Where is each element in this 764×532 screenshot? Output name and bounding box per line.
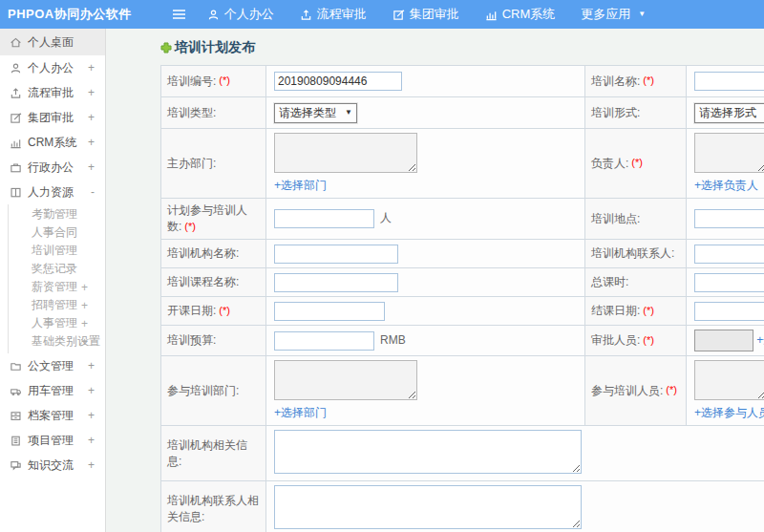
nav-more-apps[interactable]: 更多应用 ▼ — [581, 6, 646, 23]
approver-input[interactable] — [694, 330, 753, 351]
host-dept-textarea[interactable] — [274, 133, 417, 173]
field-label: 结课日期: — [591, 304, 640, 317]
org-name-input[interactable] — [274, 245, 398, 264]
expand-icon[interactable]: + — [81, 281, 88, 294]
planned-count-input[interactable] — [274, 209, 374, 228]
sidebar: 个人桌面 个人办公 + 流程审批 + 集团审批 + CRM系统 + 行政办公 +… — [0, 29, 106, 532]
sidebar-toggle-button[interactable] — [172, 9, 186, 20]
join-people-textarea[interactable] — [694, 360, 764, 400]
sidebar-item-personal-office[interactable]: 个人办公 + — [0, 55, 105, 80]
sidebar-subitem-personnel[interactable]: 人事管理 + — [9, 314, 105, 332]
expand-icon[interactable]: + — [88, 136, 95, 149]
required-mark: (*) — [631, 157, 643, 168]
join-depts-textarea[interactable] — [274, 360, 417, 400]
currency-suffix: RMB — [380, 333, 406, 347]
field-label: 培训机构联系人: — [591, 246, 674, 260]
nav-crm[interactable]: CRM系统 — [485, 6, 556, 23]
select-dept-link[interactable]: +选择部门 — [274, 178, 577, 194]
briefcase-icon — [10, 161, 22, 174]
select-approver-link[interactable]: +选择审批人员 — [756, 333, 764, 347]
sidebar-item-group-approval[interactable]: 集团审批 + — [0, 105, 105, 130]
training-name-input[interactable] — [694, 72, 764, 91]
start-date-input[interactable] — [274, 302, 385, 321]
sidebar-subitem-rewards[interactable]: 奖惩记录 — [9, 260, 105, 278]
sidebar-subitem-base-category[interactable]: 基础类别设置 + — [9, 332, 105, 351]
select-leader-link[interactable]: +选择负责人 — [694, 178, 764, 194]
sidebar-item-personal-desktop[interactable]: 个人桌面 — [0, 29, 105, 55]
field-label: 总课时: — [591, 275, 628, 288]
sidebar-item-document[interactable]: 公文管理 + — [0, 353, 105, 378]
field-label: 培训机构名称: — [167, 246, 239, 260]
field-label: 培训机构联系人相关信息: — [167, 494, 259, 523]
course-name-input[interactable] — [274, 273, 398, 292]
caret-down-icon: ▼ — [345, 109, 352, 117]
expand-icon[interactable]: + — [88, 409, 95, 422]
sidebar-item-knowledge[interactable]: 知识交流 + — [0, 453, 105, 478]
expand-icon[interactable]: + — [88, 86, 95, 99]
budget-input[interactable] — [274, 331, 374, 351]
sidebar-item-archive[interactable]: 档案管理 + — [0, 403, 105, 428]
select-participants-link[interactable]: +选择参与人员 — [694, 405, 764, 421]
field-label: 培训机构相关信息: — [167, 438, 247, 468]
sidebar-subitem-recruitment[interactable]: 招聘管理 + — [9, 296, 105, 314]
collapse-icon[interactable]: - — [91, 185, 95, 199]
field-label: 培训类型: — [167, 106, 216, 119]
training-no-input[interactable] — [274, 72, 402, 91]
unit-suffix: 人 — [380, 211, 392, 224]
sidebar-subitem-training[interactable]: 培训管理 — [9, 242, 105, 260]
field-label: 培训编号: — [167, 74, 216, 88]
folder-icon — [10, 360, 22, 372]
home-icon — [10, 36, 22, 49]
required-mark: (*) — [219, 74, 230, 86]
expand-icon[interactable]: + — [88, 61, 95, 74]
field-label: 参与培训人员: — [591, 384, 663, 397]
book-icon — [10, 186, 22, 199]
nav-group-approval[interactable]: 集团审批 — [393, 6, 459, 23]
leader-textarea[interactable] — [694, 133, 764, 173]
field-label: 审批人员: — [591, 333, 640, 347]
org-info-textarea[interactable] — [274, 430, 582, 474]
sidebar-subitem-attendance[interactable]: 考勤管理 — [9, 205, 105, 223]
sidebar-subitem-salary[interactable]: 薪资管理 + — [9, 278, 105, 296]
topbar: PHPOA协同办公软件 个人办公 流程审批 集团审批 CRM系统 更多应用 ▼ — [0, 0, 764, 29]
sidebar-subitem-hr-contract[interactable]: 人事合同 — [9, 223, 105, 242]
sidebar-item-vehicle[interactable]: 用车管理 + — [0, 378, 105, 403]
nav-personal-office[interactable]: 个人办公 — [207, 6, 274, 23]
expand-icon[interactable]: + — [81, 317, 88, 330]
location-input[interactable] — [694, 209, 764, 228]
sidebar-item-admin-office[interactable]: 行政办公 + — [0, 155, 105, 180]
sidebar-item-project[interactable]: 项目管理 + — [0, 428, 105, 453]
field-label: 开课日期: — [167, 304, 216, 317]
field-label: 培训地点: — [591, 212, 640, 225]
select-dept-link[interactable]: +选择部门 — [274, 405, 577, 421]
training-form-select[interactable]: 请选择形式▼ — [694, 103, 764, 123]
app-logo: PHPOA协同办公软件 — [0, 6, 132, 23]
end-date-input[interactable] — [694, 302, 764, 321]
nav-workflow-approval[interactable]: 流程审批 — [300, 6, 367, 23]
training-type-select[interactable]: 请选择类型▼ — [274, 103, 357, 123]
expand-icon[interactable]: + — [88, 384, 95, 397]
expand-icon[interactable]: + — [81, 299, 88, 312]
expand-icon[interactable]: + — [88, 359, 95, 372]
expand-icon[interactable]: + — [88, 160, 95, 174]
expand-icon[interactable]: + — [88, 111, 95, 124]
expand-icon[interactable]: + — [88, 434, 95, 447]
expand-icon[interactable]: + — [88, 458, 95, 472]
archive-icon — [10, 410, 22, 422]
expand-icon[interactable]: + — [81, 335, 88, 349]
org-contact-input[interactable] — [694, 245, 764, 264]
sidebar-item-workflow-approval[interactable]: 流程审批 + — [0, 80, 105, 105]
chat-icon — [10, 459, 22, 472]
required-mark: (*) — [643, 74, 654, 86]
add-plus-icon — [160, 42, 172, 53]
field-label: 培训名称: — [591, 74, 640, 88]
main-content: 培训计划发布 培训编号:(*) 培训名称:(*) 培训类型: 请选择类型▼ 培训… — [106, 29, 764, 532]
sidebar-item-crm[interactable]: CRM系统 + — [0, 130, 105, 155]
sidebar-item-hr[interactable]: 人力资源 - — [0, 180, 105, 204]
org-contact-info-textarea[interactable] — [274, 485, 582, 529]
hr-submenu: 考勤管理 人事合同 培训管理 奖惩记录 薪资管理 + 招聘管理 + 人事管理 +… — [8, 204, 105, 353]
hamburger-icon — [172, 9, 186, 20]
required-mark: (*) — [219, 305, 230, 316]
field-label: 参与培训部门: — [167, 384, 239, 397]
total-hours-input[interactable] — [694, 273, 764, 292]
